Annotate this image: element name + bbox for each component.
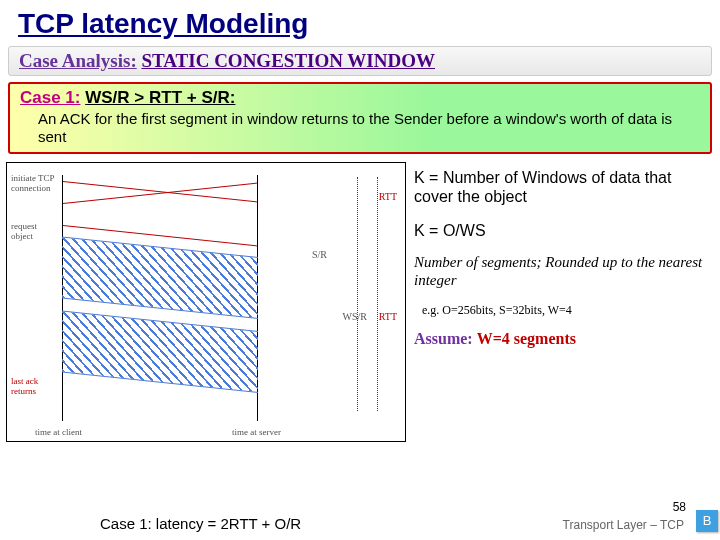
case-label: Case 1:: [20, 88, 80, 107]
layer-label: Transport Layer – TCP: [563, 518, 684, 532]
corner-badge: B: [696, 510, 718, 532]
page-number: 58: [673, 500, 686, 514]
diagram-time-server: time at server: [232, 427, 281, 437]
diagram-wsr: WS/R: [343, 311, 367, 322]
example-text: e.g. O=256bits, S=32bits, W=4: [414, 303, 710, 318]
diagram-rtt2: RTT: [379, 311, 397, 322]
latency-formula: Case 1: latency = 2RTT + O/R: [100, 515, 301, 532]
diagram-sr: S/R: [312, 249, 327, 260]
k-definition: K = Number of Windows of data that cover…: [414, 168, 710, 206]
timing-diagram: initiate TCP connection request object l…: [6, 162, 406, 442]
case-description: An ACK for the first segment in window r…: [20, 108, 700, 146]
assume-line: Assume: W=4 segments: [414, 330, 710, 348]
subtitle-label: Case Analysis:: [19, 50, 137, 71]
assume-value: W=4 segments: [477, 330, 576, 347]
case-box: Case 1: WS/R > RTT + S/R: An ACK for the…: [8, 82, 712, 154]
diagram-time-client: time at client: [35, 427, 82, 437]
case-condition: WS/R > RTT + S/R:: [85, 88, 235, 107]
side-notes: K = Number of Windows of data that cover…: [410, 162, 714, 442]
diagram-rtt1: RTT: [379, 191, 397, 202]
segment-note: Number of segments; Rounded up to the ne…: [414, 254, 710, 289]
k-equation: K = O/WS: [414, 222, 710, 240]
main-row: initiate TCP connection request object l…: [6, 162, 714, 442]
subtitle-bar: Case Analysis: STATIC CONGESTION WINDOW: [8, 46, 712, 76]
diagram-lastack-label: last ack returns: [11, 376, 59, 396]
subtitle-value: STATIC CONGESTION WINDOW: [141, 50, 435, 71]
diagram-request-label: request object: [11, 221, 59, 241]
diagram-init-label: initiate TCP connection: [11, 173, 59, 193]
assume-label: Assume:: [414, 330, 473, 347]
slide-title: TCP latency Modeling: [0, 0, 720, 44]
